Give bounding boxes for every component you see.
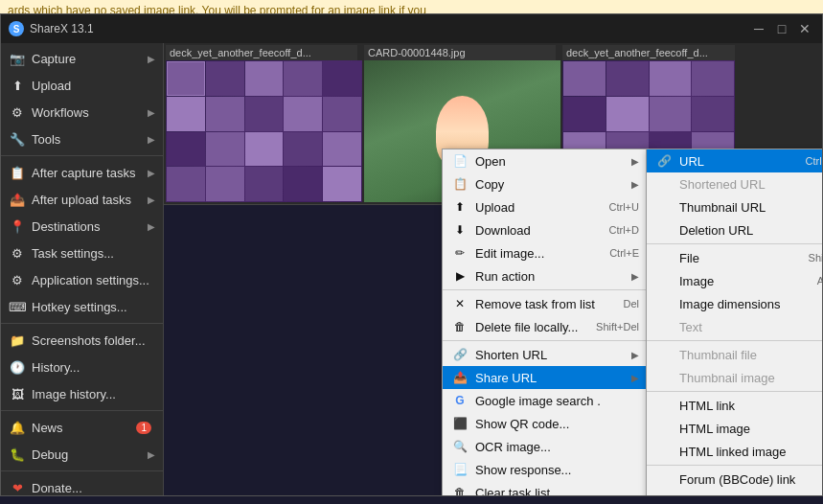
title-bar: S ShareX 13.1 ─ □ ✕ — [1, 14, 822, 43]
sidebar-item-task-settings[interactable]: ⚙ Task settings... — [1, 240, 163, 266]
minimize-button[interactable]: ─ — [749, 19, 768, 38]
sidebar: 📷 Capture ▶ ⬆ Upload ⚙ Workflows ▶ 🔧 Too… — [1, 43, 164, 495]
ctx-download[interactable]: ⬇ Download Ctrl+D — [443, 218, 647, 241]
debug-icon: 🐛 — [9, 446, 26, 463]
tools-icon: 🔧 — [9, 130, 26, 148]
destinations-icon: 📍 — [9, 218, 26, 235]
img-cell — [323, 167, 361, 201]
img-cell — [650, 97, 692, 131]
ctx-divider-1 — [443, 289, 647, 290]
img-cell — [284, 167, 322, 201]
app-icon: S — [9, 21, 24, 36]
ctx-clear-task[interactable]: 🗑 Clear task list — [443, 481, 647, 495]
after-upload-icon: 📤 — [9, 191, 26, 208]
img-cell — [245, 132, 284, 167]
ctx-sub-thumb-file[interactable]: Thumbnail file — [647, 343, 822, 366]
sidebar-item-hotkey-settings[interactable]: ⌨ Hotkey settings... — [1, 293, 163, 320]
ctx-sub-shortened-url[interactable]: Shortened URL — [647, 172, 822, 195]
after-capture-icon: 📋 — [9, 164, 26, 181]
ctx-share-url[interactable]: 📤 Share URL ▶ — [443, 366, 647, 389]
image-thumb-1[interactable] — [166, 60, 362, 202]
dimensions-label: Image dimensions — [679, 297, 822, 311]
ctx-edit-image[interactable]: ✏ Edit image... Ctrl+E — [443, 241, 647, 264]
ctx-sub-image-dimensions[interactable]: Image dimensions — [647, 292, 822, 315]
sidebar-item-capture[interactable]: 📷 Capture ▶ — [1, 45, 163, 72]
sidebar-item-debug[interactable]: 🐛 Debug ▶ — [1, 441, 163, 468]
img-cell — [167, 167, 205, 201]
sidebar-item-donate[interactable]: ❤ Donate... — [1, 474, 163, 495]
ctx-sub-html-image[interactable]: HTML image — [647, 417, 822, 440]
context-menu-copy-submenu: 🔗 URL Ctrl+C ▶ Shortened URL Thumbnail U… — [646, 149, 822, 495]
ctx-google-image[interactable]: G Google image search . — [443, 389, 647, 412]
context-menu-primary: 📄 Open ▶ 📋 Copy ▶ ⬆ Upload Ctrl+U — [442, 149, 648, 495]
sidebar-item-image-history[interactable]: 🖼 Image history... — [1, 380, 163, 407]
workflows-icon: ⚙ — [9, 103, 26, 121]
image-history-icon: 🖼 — [9, 385, 26, 402]
edit-shortcut: Ctrl+E — [609, 247, 639, 259]
html-image-icon — [654, 419, 674, 438]
run-label: Run action — [475, 269, 631, 284]
ctx-open[interactable]: 📄 Open ▶ — [443, 149, 647, 172]
ctx-sub-html-link[interactable]: HTML link — [647, 394, 822, 417]
ctx-delete-file[interactable]: 🗑 Delete file locally... Shift+Del — [443, 315, 647, 338]
ctx-sub-thumb-image[interactable]: Thumbnail image — [647, 366, 822, 389]
ctx-sub-image[interactable]: Image Alt+C — [647, 269, 822, 292]
ctx-remove-task[interactable]: ✕ Remove task from list Del — [443, 292, 647, 315]
sidebar-item-workflows[interactable]: ⚙ Workflows ▶ — [1, 99, 163, 126]
edit-icon: ✏ — [450, 243, 469, 263]
ctx-sub-deletion-url[interactable]: Deletion URL — [647, 218, 822, 241]
img-cell — [650, 61, 692, 96]
image-title-2: CARD-00001448.jpg — [364, 45, 556, 60]
history-icon: 🕐 — [9, 358, 26, 376]
response-label: Show response... — [475, 463, 639, 477]
copy-icon: 📋 — [450, 174, 469, 194]
sidebar-item-destinations[interactable]: 📍 Destinations ▶ — [1, 213, 163, 240]
ctx-sub-thumbnail-url[interactable]: Thumbnail URL — [647, 195, 822, 218]
ctx-copy[interactable]: 📋 Copy ▶ — [443, 172, 647, 195]
sidebar-item-tools[interactable]: 🔧 Tools ▶ — [1, 126, 163, 152]
app-settings-label: Application settings... — [32, 273, 155, 287]
sidebar-item-news[interactable]: 🔔 News 1 — [1, 414, 163, 441]
sidebar-item-history[interactable]: 🕐 History... — [1, 354, 163, 380]
text-label: Text — [679, 320, 822, 334]
close-button[interactable]: ✕ — [795, 19, 814, 38]
sidebar-item-upload[interactable]: ⬆ Upload — [1, 72, 163, 99]
ctx-sub-html-linked-image[interactable]: HTML linked image — [647, 440, 822, 463]
deletion-url-icon — [654, 220, 674, 240]
app-settings-icon: ⚙ — [9, 271, 26, 288]
ctx-show-response[interactable]: 📃 Show response... — [443, 458, 647, 481]
workflows-arrow: ▶ — [148, 107, 155, 118]
sub-divider-1 — [647, 243, 822, 244]
ctx-ocr[interactable]: 🔍 OCR image... — [443, 435, 647, 458]
ctx-qr-code[interactable]: ⬛ Show QR code... — [443, 412, 647, 435]
ctx-upload[interactable]: ⬆ Upload Ctrl+U — [443, 195, 647, 218]
ctx-sub-file[interactable]: File Shift+C — [647, 246, 822, 269]
ctx-sub-forum-link[interactable]: Forum (BBCode) link — [647, 468, 822, 491]
ocr-label: OCR image... — [475, 440, 639, 454]
share-label: Share URL — [475, 371, 631, 385]
ctx-sub-url[interactable]: 🔗 URL Ctrl+C ▶ — [647, 149, 822, 172]
img-cell — [245, 61, 284, 96]
ctx-sub-text[interactable]: Text — [647, 315, 822, 338]
sidebar-item-screenshots[interactable]: 📁 Screenshots folder... — [1, 327, 163, 354]
html-linked-label: HTML linked image — [679, 445, 822, 459]
sidebar-item-after-capture[interactable]: 📋 After capture tasks ▶ — [1, 159, 163, 186]
hotkey-label: Hotkey settings... — [32, 300, 155, 314]
delete-shortcut: Shift+Del — [596, 321, 639, 332]
ctx-sub-forum-image[interactable]: Forum (BBCode) image — [647, 491, 822, 495]
upload-ctx-label: Upload — [475, 200, 602, 215]
share-arrow: ▶ — [631, 373, 639, 383]
news-badge: 1 — [136, 422, 151, 434]
sidebar-item-after-upload[interactable]: 📤 After upload tasks ▶ — [1, 186, 163, 213]
ctx-shorten-url[interactable]: 🔗 Shorten URL ▶ — [443, 343, 647, 366]
img-cell — [692, 61, 734, 96]
thumb-file-icon — [654, 345, 674, 364]
sidebar-item-app-settings[interactable]: ⚙ Application settings... — [1, 266, 163, 293]
donate-icon: ❤ — [9, 479, 26, 495]
clear-label: Clear task list — [475, 486, 639, 496]
copy-label: Copy — [475, 177, 631, 192]
maximize-button[interactable]: □ — [772, 19, 791, 38]
ctx-run-action[interactable]: ▶ Run action ▶ — [443, 264, 647, 287]
capture-arrow: ▶ — [148, 54, 155, 64]
clear-icon: 🗑 — [450, 483, 469, 495]
